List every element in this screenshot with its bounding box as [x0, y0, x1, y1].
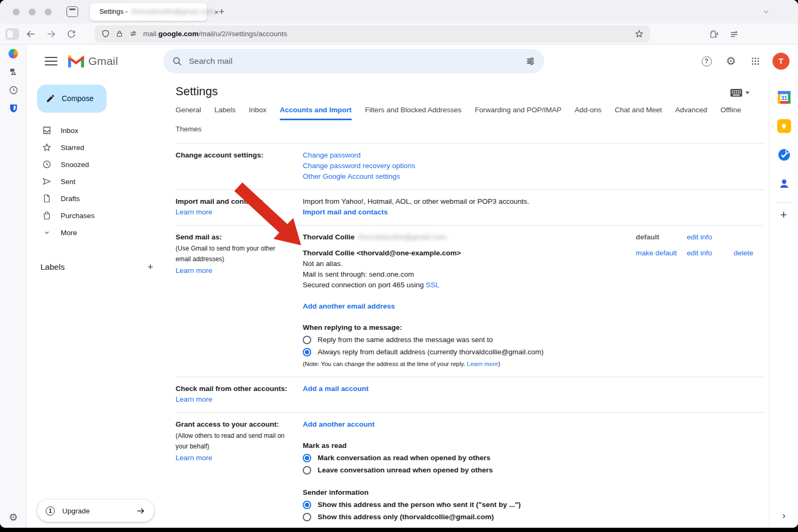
history-clock-icon[interactable]	[0, 81, 27, 99]
search-bar[interactable]	[163, 49, 544, 73]
other-google-account-settings-link[interactable]: Other Google Account settings	[303, 172, 400, 180]
sidebar-item-purchases[interactable]: Purchases	[27, 207, 165, 224]
tab-addons[interactable]: Add-ons	[575, 106, 601, 120]
radio-checked-icon[interactable]	[303, 454, 311, 462]
edit-info-link[interactable]: edit info	[687, 233, 712, 241]
tab-list-chevron-icon[interactable]	[762, 7, 770, 16]
lock-icon[interactable]	[115, 29, 123, 38]
browser-settings-gear-icon[interactable]: ⚙	[0, 511, 27, 523]
account-avatar[interactable]: T	[772, 53, 789, 70]
sender-option-address-only[interactable]: Show this address only (thorvaldcollie@g…	[303, 512, 764, 522]
zoom-window-button[interactable]	[45, 9, 52, 15]
sidebar-item-drafts[interactable]: Drafts	[27, 190, 165, 207]
firefox-view-icon[interactable]	[66, 6, 78, 17]
sender-option-full[interactable]: Show this address and the person who sen…	[303, 500, 764, 510]
section-label: Import mail and contacts:	[176, 196, 292, 207]
tasks-icon[interactable]	[769, 140, 798, 169]
settings-tabs-row2: Themes	[171, 120, 769, 138]
sidebar-item-sent[interactable]: Sent	[27, 173, 165, 190]
bookmark-star-icon[interactable]	[635, 29, 644, 38]
sidebar-item-inbox[interactable]: Inbox	[27, 122, 165, 139]
sidebar-toggle-button[interactable]	[5, 28, 19, 40]
ssl-link[interactable]: SSL	[426, 281, 439, 289]
section-check-mail: Check mail from other accounts: Learn mo…	[176, 377, 764, 412]
gmail-logo[interactable]: Gmail	[68, 55, 118, 68]
header-actions: ? ⚙ T	[696, 51, 793, 72]
radio-checked-icon[interactable]	[303, 348, 311, 356]
reply-option-same-address[interactable]: Reply from the same address the message …	[303, 335, 764, 345]
keep-icon[interactable]	[769, 112, 798, 140]
tracking-shield-icon[interactable]	[101, 29, 110, 38]
search-input[interactable]	[189, 56, 525, 66]
import-mail-contacts-link[interactable]: Import mail and contacts	[303, 208, 388, 216]
learn-more-link[interactable]: Learn more	[176, 267, 212, 275]
copilot-icon[interactable]	[0, 45, 27, 63]
tab-general[interactable]: General	[176, 106, 201, 120]
get-addons-plus-icon[interactable]: +	[769, 208, 798, 222]
add-label-icon[interactable]: +	[147, 261, 153, 273]
sidebar-item-snoozed[interactable]: Snoozed	[27, 156, 165, 173]
tab-forwarding[interactable]: Forwarding and POP/IMAP	[475, 106, 561, 120]
learn-more-link[interactable]: Learn more	[176, 395, 212, 403]
add-mail-account-link[interactable]: Add a mail account	[303, 385, 369, 393]
learn-more-link[interactable]: Learn more	[176, 208, 212, 216]
search-filter-icon[interactable]	[525, 56, 536, 66]
synced-tabs-icon[interactable]	[0, 63, 27, 81]
nav-label: Snoozed	[61, 161, 89, 169]
section-change-account-settings: Change account settings: Change password…	[176, 143, 764, 189]
radio-unchecked-icon[interactable]	[303, 336, 311, 344]
mark-read-option[interactable]: Mark conversation as read when opened by…	[303, 453, 764, 463]
tab-inbox[interactable]: Inbox	[249, 106, 267, 120]
back-button[interactable]	[22, 26, 39, 42]
reply-option-default-address[interactable]: Always reply from default address (curre…	[303, 347, 764, 358]
url-text[interactable]: mail.google.com/mail/u/2/#settings/accou…	[143, 30, 287, 38]
tab-accounts-and-import[interactable]: Accounts and Import	[280, 106, 352, 120]
minimize-window-button[interactable]	[29, 9, 36, 15]
tab-filters[interactable]: Filters and Blocked Addresses	[365, 106, 462, 120]
app-menu-icon[interactable]	[726, 26, 743, 42]
url-bar[interactable]: mail.google.com/mail/u/2/#settings/accou…	[95, 26, 650, 43]
permissions-icon[interactable]	[129, 30, 138, 38]
add-another-email-link[interactable]: Add another email address	[303, 302, 395, 310]
tab-close-icon[interactable]: ×	[214, 7, 219, 16]
edit-info-link[interactable]: edit info	[687, 249, 712, 257]
sidebar-item-more[interactable]: More	[27, 224, 165, 241]
tab-advanced[interactable]: Advanced	[675, 106, 707, 120]
help-icon[interactable]: ?	[696, 51, 717, 72]
calendar-icon[interactable]: 31	[769, 83, 798, 112]
main-menu-icon[interactable]	[45, 57, 57, 65]
reload-button[interactable]	[63, 26, 80, 42]
make-default-link[interactable]: make default	[636, 249, 677, 257]
google-apps-grid-icon[interactable]	[745, 51, 766, 72]
tab-labels[interactable]: Labels	[214, 106, 236, 120]
sidebar-item-starred[interactable]: Starred	[27, 139, 165, 156]
bitwarden-shield-icon[interactable]	[0, 99, 27, 117]
close-window-button[interactable]	[13, 9, 20, 15]
radio-unchecked-icon[interactable]	[303, 513, 311, 521]
compose-button[interactable]: Compose	[37, 85, 106, 112]
forward-button[interactable]	[43, 26, 60, 42]
change-password-link[interactable]: Change password	[303, 151, 361, 159]
collapse-panel-chevron-icon[interactable]: ›	[769, 510, 798, 521]
leave-unread-option[interactable]: Leave conversation unread when opened by…	[303, 465, 764, 476]
extensions-puzzle-icon[interactable]	[705, 26, 722, 42]
tab-offline[interactable]: Offline	[720, 106, 741, 120]
learn-more-link[interactable]: Learn more	[467, 361, 498, 367]
browser-tab[interactable]: Settings - thorvaldcollie@gmail.com ×	[90, 3, 207, 21]
radio-checked-icon[interactable]	[303, 501, 311, 509]
settings-gear-icon[interactable]: ⚙	[720, 51, 742, 72]
add-another-account-link[interactable]: Add another account	[303, 420, 375, 428]
change-password-recovery-link[interactable]: Change password recovery options	[303, 162, 415, 170]
inbox-icon	[41, 125, 52, 136]
tab-themes[interactable]: Themes	[176, 125, 202, 138]
upgrade-button[interactable]: 1 Upgrade	[37, 500, 154, 522]
radio-unchecked-icon[interactable]	[303, 466, 311, 475]
learn-more-link[interactable]: Learn more	[176, 454, 212, 462]
delete-link[interactable]: delete	[734, 249, 753, 257]
input-tools-widget[interactable]	[730, 89, 750, 97]
search-icon[interactable]	[172, 56, 182, 66]
tab-chat-and-meet[interactable]: Chat and Meet	[615, 106, 662, 120]
new-tab-button[interactable]: +	[219, 6, 225, 18]
google-side-panel: 31 + ›	[769, 78, 798, 528]
contacts-icon[interactable]	[769, 169, 798, 198]
